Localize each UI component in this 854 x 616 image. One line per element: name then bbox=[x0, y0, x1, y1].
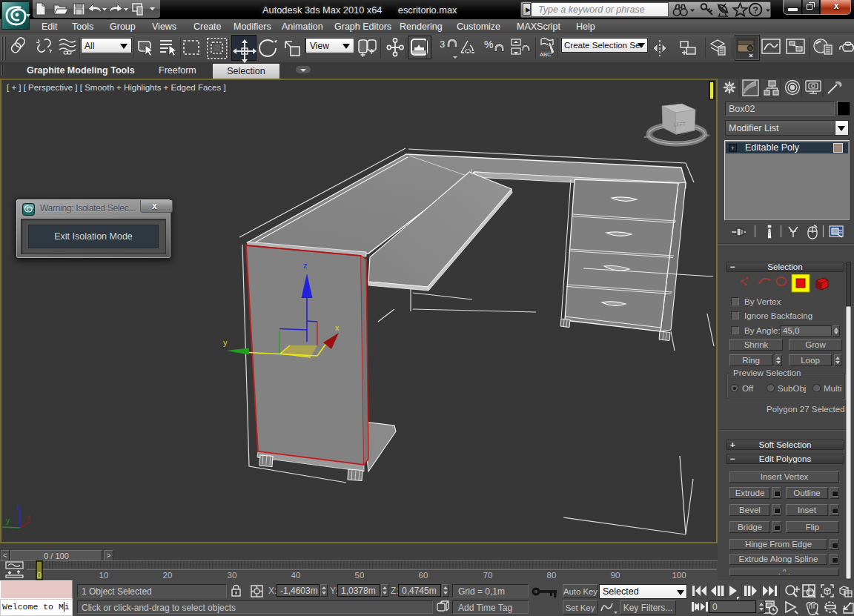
svg-text:50: 50 bbox=[355, 571, 365, 580]
svg-text:40: 40 bbox=[291, 571, 301, 580]
svg-text:30: 30 bbox=[228, 571, 237, 580]
svg-text:90: 90 bbox=[611, 571, 620, 580]
svg-text:y: y bbox=[223, 338, 228, 347]
svg-text:z: z bbox=[303, 261, 308, 270]
svg-text:100: 100 bbox=[672, 571, 686, 580]
svg-text:x: x bbox=[335, 323, 340, 332]
svg-text:10: 10 bbox=[99, 571, 109, 580]
svg-text:x: x bbox=[27, 513, 30, 521]
svg-text:y: y bbox=[6, 517, 10, 525]
svg-text:3: 3 bbox=[440, 39, 445, 50]
svg-text:?: ? bbox=[752, 5, 758, 16]
svg-text:20: 20 bbox=[163, 571, 173, 580]
svg-text:%: % bbox=[484, 39, 493, 50]
svg-text:0: 0 bbox=[37, 571, 42, 580]
svg-text:LEFT: LEFT bbox=[674, 121, 686, 127]
svg-text:80: 80 bbox=[547, 571, 557, 580]
svg-text:60: 60 bbox=[419, 571, 428, 580]
svg-text:ABC: ABC bbox=[540, 51, 552, 58]
svg-text:z: z bbox=[17, 503, 21, 511]
svg-text:70: 70 bbox=[483, 571, 493, 580]
